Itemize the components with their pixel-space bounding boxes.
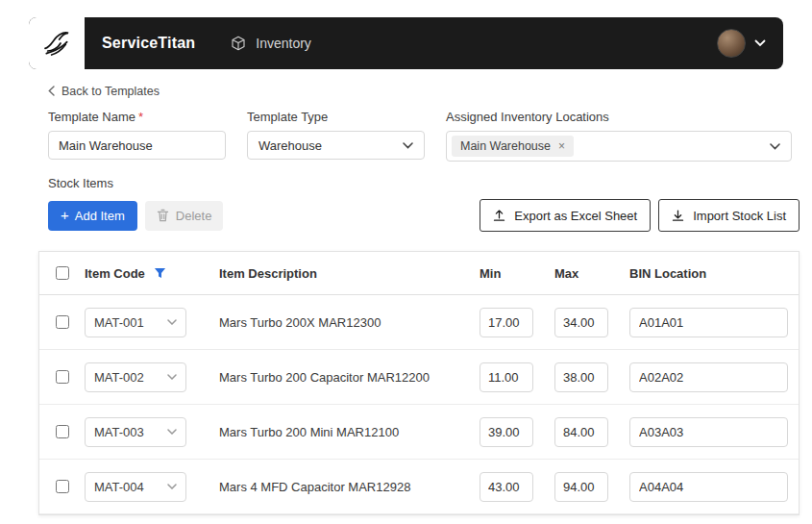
user-menu[interactable]	[717, 29, 766, 58]
filter-icon[interactable]	[154, 267, 166, 279]
min-input[interactable]	[480, 362, 533, 392]
table-row: MAT-002 Mars Turbo 200 Capacitor MAR1220…	[39, 350, 799, 405]
column-max: Max	[553, 266, 627, 281]
assigned-locations-label: Assigned Inventory Locations	[446, 110, 792, 124]
template-type-field: Template Type Warehouse	[247, 110, 425, 162]
back-link-label: Back to Templates	[62, 85, 160, 98]
max-input[interactable]	[554, 417, 608, 447]
delete-button[interactable]: Delete	[145, 201, 224, 231]
assigned-locations-field: Assigned Inventory Locations Main Wareho…	[446, 110, 792, 162]
back-link[interactable]: Back to Templates	[48, 85, 160, 98]
required-asterisk: *	[138, 110, 143, 124]
template-type-select[interactable]: Warehouse	[247, 131, 425, 160]
chevron-down-icon	[754, 39, 766, 47]
bin-location-input[interactable]	[629, 417, 788, 447]
location-tag: Main Warehouse ×	[452, 136, 574, 157]
stock-items-toolbar: Add Item Delete Export as Excel Sheet	[48, 199, 800, 232]
nav-item-inventory[interactable]: Inventory	[230, 35, 311, 52]
import-stock-label: Import Stock List	[693, 209, 786, 223]
max-input[interactable]	[554, 308, 608, 337]
template-name-label: Template Name*	[48, 110, 226, 124]
min-input[interactable]	[480, 308, 533, 337]
max-input[interactable]	[554, 472, 608, 502]
template-type-label: Template Type	[247, 110, 425, 124]
column-min: Min	[478, 266, 553, 281]
min-input[interactable]	[480, 472, 533, 502]
download-icon	[672, 209, 684, 222]
nav-inventory-label: Inventory	[256, 36, 311, 51]
export-excel-button[interactable]: Export as Excel Sheet	[480, 199, 651, 232]
min-input[interactable]	[480, 417, 533, 447]
chevron-left-icon	[48, 86, 55, 96]
logo[interactable]	[29, 17, 85, 69]
table-row: MAT-004 Mars 4 MFD Capacitor MAR12928	[39, 460, 799, 514]
add-item-label: Add Item	[75, 209, 125, 223]
item-description: Mars 4 MFD Capacitor MAR12928	[217, 480, 478, 494]
item-code-select[interactable]: MAT-003	[85, 417, 186, 447]
trash-icon	[157, 209, 169, 222]
import-stock-button[interactable]: Import Stock List	[658, 199, 800, 232]
chevron-down-icon	[167, 374, 177, 380]
row-checkbox[interactable]	[56, 480, 69, 493]
bin-location-input[interactable]	[629, 362, 788, 392]
chevron-down-icon	[770, 143, 780, 150]
delete-label: Delete	[176, 209, 212, 223]
item-description: Mars Turbo 200 Capacitor MAR12200	[217, 370, 478, 385]
select-all-checkbox[interactable]	[56, 266, 69, 280]
item-code-select[interactable]: MAT-001	[85, 308, 186, 337]
item-code-value: MAT-002	[94, 370, 144, 385]
item-code-value: MAT-004	[94, 480, 144, 494]
item-code-select[interactable]: MAT-002	[85, 362, 186, 392]
row-checkbox[interactable]	[56, 315, 69, 329]
remove-tag-icon[interactable]: ×	[558, 140, 565, 152]
add-item-button[interactable]: Add Item	[48, 201, 137, 231]
item-description: Mars Turbo 200 Mini MAR12100	[217, 425, 478, 439]
top-nav: ServiceTitan Inventory	[29, 17, 783, 69]
inventory-box-icon	[230, 35, 247, 52]
row-checkbox[interactable]	[56, 370, 69, 384]
bin-location-input[interactable]	[629, 472, 788, 502]
template-name-input[interactable]	[48, 131, 226, 160]
template-type-value: Warehouse	[258, 138, 322, 153]
bin-location-input[interactable]	[629, 308, 788, 337]
table-row: MAT-003 Mars Turbo 200 Mini MAR12100	[39, 405, 799, 460]
brand-name: ServiceTitan	[102, 35, 195, 52]
chevron-down-icon	[167, 319, 177, 325]
stock-items-heading: Stock Items	[48, 176, 812, 190]
stock-items-table: Item Code Item Description Min Max BIN L…	[38, 251, 800, 515]
chevron-down-icon	[167, 484, 177, 489]
template-form: Template Name* Template Type Warehouse A…	[48, 110, 812, 162]
chevron-down-icon	[167, 429, 177, 435]
column-bin-location: BIN Location	[627, 266, 799, 281]
max-input[interactable]	[554, 362, 608, 392]
item-description: Mars Turbo 200X MAR12300	[217, 315, 478, 330]
table-row: MAT-001 Mars Turbo 200X MAR12300	[39, 295, 799, 350]
export-excel-label: Export as Excel Sheet	[514, 209, 637, 223]
main-content: Back to Templates Template Name* Templat…	[0, 69, 812, 232]
column-item-description: Item Description	[217, 266, 478, 281]
item-code-header-label: Item Code	[85, 266, 145, 281]
column-item-code[interactable]: Item Code	[83, 266, 217, 281]
item-code-select[interactable]: MAT-004	[85, 472, 186, 502]
upload-icon	[493, 209, 505, 222]
avatar	[717, 29, 746, 58]
chevron-down-icon	[403, 142, 413, 149]
template-name-field: Template Name*	[48, 110, 226, 162]
item-code-value: MAT-003	[94, 425, 144, 439]
plus-icon	[61, 208, 69, 223]
logo-icon	[41, 28, 72, 59]
row-checkbox[interactable]	[56, 425, 69, 438]
item-code-value: MAT-001	[94, 315, 144, 330]
location-tag-label: Main Warehouse	[460, 139, 551, 153]
table-header-row: Item Code Item Description Min Max BIN L…	[39, 252, 799, 295]
assigned-locations-select[interactable]: Main Warehouse ×	[446, 131, 792, 162]
